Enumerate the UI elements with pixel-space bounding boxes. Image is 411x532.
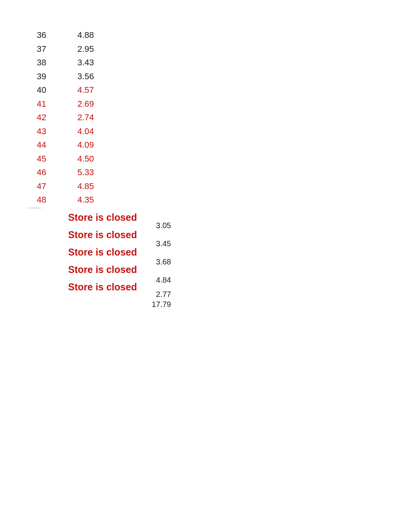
item-index: 37 [37,44,77,54]
item-value: 4.85 [77,181,108,191]
list-item: 38 3.43 [37,58,108,72]
list-item: 42 2.74 [37,113,108,126]
item-index: 45 [37,154,77,164]
list-item: 47 4.85 [37,181,108,195]
item-index: 41 [37,99,77,109]
right-value: 4.84 [144,271,171,289]
right-value: 3.05 [144,217,171,235]
item-index: 47 [37,181,77,191]
list-item: 40 4.57 [37,85,108,99]
item-index: 39 [37,72,77,82]
item-index: 38 [37,58,77,68]
right-value: 3.68 [144,253,171,271]
item-index: 40 [37,85,77,95]
item-value: 4.88 [77,30,108,40]
item-value: 4.04 [77,126,108,136]
item-value: 4.35 [77,195,108,205]
item-index: 43 [37,126,77,136]
list-item: 44 4.09 [37,140,108,154]
item-value: 4.09 [77,140,108,150]
list-item: 45 4.50 [37,154,108,168]
list-item: 39 3.56 [37,72,108,85]
item-value: 2.69 [77,99,108,109]
list-item: 48 4.35 [37,195,108,209]
right-value-column: 3.05 3.45 3.68 4.84 2.77 17.79 [144,217,171,309]
item-value: 3.56 [77,72,108,82]
item-index: 48 [37,195,77,205]
item-index: 42 [37,113,77,123]
list-item: 46 5.33 [37,167,108,181]
price-list: 36 4.88 37 2.95 38 3.43 39 3.56 40 4.57 … [37,30,108,209]
right-value: 2.77 [144,289,171,299]
right-value: 17.79 [144,299,171,309]
item-index: 46 [37,167,77,177]
list-item: 41 2.69 [37,99,108,113]
item-value: 4.50 [77,154,108,164]
item-value: 2.74 [77,113,108,123]
right-value: 3.45 [144,235,171,253]
list-item: 36 4.88 [37,30,108,44]
item-index: 44 [37,140,77,150]
item-value: 3.43 [77,58,108,68]
list-item: 43 4.04 [37,126,108,140]
item-value: 5.33 [77,167,108,177]
list-item: 37 2.95 [37,44,108,58]
item-value: 2.95 [77,44,108,54]
item-value: 4.57 [77,85,108,95]
item-index: 36 [37,30,77,40]
